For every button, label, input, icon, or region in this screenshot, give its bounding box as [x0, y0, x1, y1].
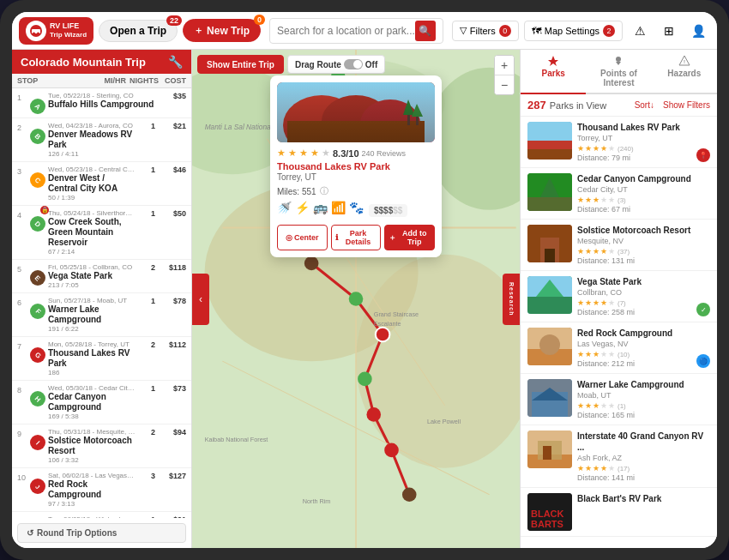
stop-cost: $118: [160, 263, 186, 272]
park-badge-1: 📍: [696, 148, 710, 162]
park-distance-1: Distance: 79 mi: [577, 154, 691, 162]
svg-text:Escalante: Escalante: [374, 320, 401, 328]
stop-num: 2: [17, 122, 27, 132]
trip-stop-9[interactable]: 9 I Thu, 05/31/18 - Mesquite, NV Solstic…: [12, 425, 191, 468]
park-item-1[interactable]: Thousand Lakes RV Park Torrey, UT ★★★★★ …: [521, 117, 717, 168]
stop-name: Solstice Motorcoach Resort: [48, 436, 136, 456]
stop-marker: D: [30, 216, 45, 232]
logo-text: RV LIFE Trip Wizard: [50, 21, 87, 39]
park-item-2[interactable]: Cedar Canyon Campground Cedar City, UT ★…: [521, 168, 717, 220]
hazards-icon: !: [678, 55, 690, 67]
park-item-5[interactable]: Red Rock Campground Las Vegas, NV ★★★★★ …: [521, 322, 717, 374]
park-info-6: Warner Lake Campground Moab, UT ★★★★★ (1…: [577, 379, 710, 419]
park-thumb-3: [527, 225, 572, 262]
trip-stop-11[interactable]: 11 K Tue, 06/05/18 - Wickenburg, AZ Dese…: [12, 512, 191, 518]
stop-num: 8: [17, 384, 27, 394]
trip-stop-1[interactable]: 1 A Tue, 05/22/18 - Sterling, CO Buffalo…: [12, 88, 191, 118]
search-container: 🔍: [269, 18, 443, 44]
stop-info: Sat, 06/02/18 - Las Vegas, NV Red Rock C…: [48, 472, 136, 508]
park-item-6[interactable]: Warner Lake Campground Moab, UT ★★★★★ (1…: [521, 374, 717, 425]
zoom-in-button[interactable]: +: [495, 56, 514, 75]
drag-toggle[interactable]: [344, 59, 363, 69]
stop-info: Tue, 06/05/18 - Wickenburg, AZ Desert Cy…: [48, 515, 136, 518]
popup-price: $$$$$$: [369, 204, 407, 217]
wrench-icon[interactable]: 🔧: [168, 55, 183, 69]
new-trip-button[interactable]: ＋ New Trip 0: [183, 19, 261, 42]
map-area: Manti La Sal National Forest Capitol Ree…: [192, 50, 520, 548]
research-panel-arrow[interactable]: Research: [503, 274, 520, 325]
stop-mi-hr: 50 / 1:39: [48, 194, 136, 202]
stop-date: Sat, 06/02/18 - Las Vegas, NV: [48, 472, 136, 479]
park-item-8[interactable]: BLACK BARTS Black Bart's RV Park: [521, 488, 717, 537]
trip-stop-4[interactable]: 4 D 🔒 Thu, 05/24/18 - Silverthorne, CO C…: [12, 206, 191, 260]
tab-poi[interactable]: Points of Interest: [586, 50, 651, 94]
parks-count-suffix: Parks in View: [550, 100, 606, 111]
svg-point-2: [33, 32, 35, 34]
popup-park-name: Thousand Lakes RV Park: [277, 161, 435, 172]
tab-hazards[interactable]: ! Hazards: [652, 50, 717, 94]
tab-parks-label: Parks: [542, 69, 565, 78]
park-name-7: Interstate 40 Grand Canyon RV ...: [577, 431, 710, 453]
drag-route-state: Off: [365, 60, 377, 69]
parks-count-bar: 287 Parks in View Sort↓ Show Filters: [521, 94, 717, 117]
stop-nights: 1: [138, 166, 155, 174]
svg-point-3: [37, 32, 39, 34]
search-button[interactable]: 🔍: [415, 21, 436, 41]
trip-stop-7[interactable]: 7 G Mon, 05/28/18 - Torrey, UT Thousand …: [12, 337, 191, 381]
svg-point-41: [616, 57, 621, 62]
logo-button[interactable]: RV LIFE Trip Wizard: [19, 17, 93, 45]
filters-button[interactable]: ▽ Filters 0: [452, 21, 519, 41]
grid-icon[interactable]: ⊞: [657, 19, 681, 43]
park-name-2: Cedar Canyon Campground: [577, 173, 710, 184]
add-to-trip-button[interactable]: ＋ Add to Trip: [384, 225, 435, 250]
stop-date: Tue, 06/05/18 - Wickenburg, AZ: [48, 515, 136, 518]
search-input[interactable]: [277, 25, 415, 37]
park-item-4[interactable]: Vega State Park Collbran, CO ★★★★★ (7) D…: [521, 271, 717, 322]
park-info-8: Black Bart's RV Park: [577, 493, 710, 531]
sort-button[interactable]: Sort↓: [635, 100, 654, 110]
park-distance-6: Distance: 165 mi: [577, 411, 710, 419]
tab-parks[interactable]: Parks: [521, 50, 586, 94]
stop-num: 7: [17, 340, 27, 351]
park-item-7[interactable]: Interstate 40 Grand Canyon RV ... Ash Fo…: [521, 425, 717, 488]
open-trip-button[interactable]: Open a Trip 22: [99, 20, 178, 42]
right-panel: Parks Points of Interest !: [520, 50, 717, 548]
center-icon: ◎: [286, 233, 292, 242]
stop-stats: 1 $50: [138, 209, 186, 218]
svg-point-29: [366, 407, 381, 422]
show-entire-trip-button[interactable]: Show Entire Trip: [197, 55, 284, 74]
stop-info: Thu, 05/24/18 - Silverthorne, CO Cow Cre…: [48, 209, 136, 256]
park-name-5: Red Rock Campground: [577, 328, 691, 339]
stop-date: Thu, 05/24/18 - Silverthorne, CO: [48, 209, 136, 217]
stop-cost: $78: [160, 297, 186, 305]
round-trip-button[interactable]: ↺ Round Trip Options: [17, 523, 186, 543]
stop-nights: 1: [138, 209, 155, 218]
trip-stop-5[interactable]: 5 E Fri, 05/25/18 - Collbran, CO Vega St…: [12, 260, 191, 293]
stop-nights: 1: [138, 384, 155, 393]
park-location-5: Las Vegas, NV: [577, 340, 691, 348]
zoom-out-button[interactable]: −: [495, 75, 514, 94]
center-button[interactable]: ◎ Center: [277, 225, 328, 250]
right-tabs: Parks Points of Interest !: [521, 50, 717, 94]
park-info-3: Solstice Motorcoach Resort Mesquite, NV …: [577, 225, 710, 265]
trip-stop-10[interactable]: 10 J Sat, 06/02/18 - Las Vegas, NV Red R…: [12, 468, 191, 512]
stop-marker: B: [30, 129, 45, 144]
trip-stop-8[interactable]: 8 H Wed, 05/30/18 - Cedar City, UT Cedar…: [12, 381, 191, 425]
drag-route-button[interactable]: Drag Route Off: [287, 55, 385, 74]
stop-date: Wed, 04/23/18 - Aurora, CO: [48, 122, 136, 129]
alert-icon[interactable]: ⚠: [628, 19, 652, 43]
park-info-1: Thousand Lakes RV Park Torrey, UT ★★★★★ …: [577, 122, 691, 162]
trip-stop-3[interactable]: 3 C Wed, 05/23/18 - Central City, CO Den…: [12, 162, 191, 206]
trip-stop-2[interactable]: 2 B Wed, 04/23/18 - Aurora, CO Denver Me…: [12, 118, 191, 162]
park-item-3[interactable]: Solstice Motorcoach Resort Mesquite, NV …: [521, 220, 717, 271]
trip-stop-6[interactable]: 6 F Sun, 05/27/18 - Moab, UT Warner Lake…: [12, 293, 191, 337]
svg-point-31: [402, 487, 417, 502]
nav-icons: ⚠ ⊞ 👤: [628, 19, 710, 43]
poi-icon: [612, 55, 624, 67]
park-details-button[interactable]: ℹ Park Details: [331, 225, 382, 250]
show-filters-button[interactable]: Show Filters: [663, 100, 710, 110]
map-settings-button[interactable]: 🗺 Map Settings 2: [524, 21, 623, 41]
user-icon[interactable]: 👤: [686, 19, 710, 43]
trip-panel-arrow[interactable]: ‹: [192, 274, 209, 325]
stop-marker: H: [30, 391, 45, 406]
